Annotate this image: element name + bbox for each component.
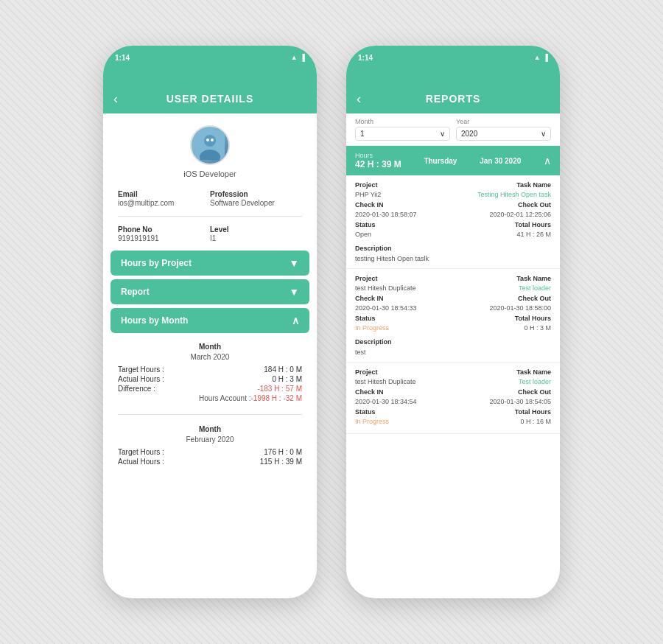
task-row-checkin-val-1: 2020-01-30 18:54:33 2020-01-30 18:58:00 [355,304,551,312]
month-section-feb: Month February 2020 Target Hours : 176 H… [103,419,317,473]
actual-hours-label-2: Actual Hours : [118,458,164,466]
month-section-march: Month March 2020 Target Hours : 184 H : … [103,337,317,410]
hours-project-label: Hours by Project [121,258,192,268]
svg-point-3 [206,139,209,141]
desc-value-1: test [355,349,551,356]
task-card-1: Project Task Name test Hitesh Duplicate … [346,269,560,363]
phone1-header: ‹ USER DETAIILS [103,84,317,113]
taskname-value-0: Testing Hitesh Open task [477,191,551,198]
checkout-label-1: Check Out [518,295,551,302]
phone1-frame: 1:14 ▲ ▐ ‹ USER DETAIILS iOS Developer [103,46,317,598]
status-label-0: Status [355,221,376,228]
phone1-notch: 1:14 ▲ ▐ [103,46,317,84]
checkin-value-0: 2020-01-30 18:58:07 [355,211,417,218]
task-row-status-1: Status Total Hours [355,315,551,322]
checkout-value-1: 2020-01-30 18:58:00 [489,304,551,312]
task-card-2: Project Task Name test Hitesh Duplicate … [346,363,560,434]
checkin-value-2: 2020-01-30 18:34:54 [355,398,417,405]
phone1-status-bar: 1:14 ▲ ▐ [103,50,317,65]
divider1 [118,216,302,217]
summary-date: Jan 30 2020 [480,157,521,165]
totalhours-value-0: 41 H : 26 M [516,231,551,238]
checkout-label-0: Check Out [518,201,551,209]
summary-day: Thursday [424,157,457,165]
phone2-back-button[interactable]: ‹ [357,91,361,107]
task-row-checkin-val-0: 2020-01-30 18:58:07 2020-02-01 12:25:06 [355,211,551,218]
difference-value-1: -183 H : 57 M [257,385,302,393]
accordion-hours-project-header[interactable]: Hours by Project ▼ [110,251,309,276]
reports-filter: Month 1 ∨ Year 2020 ∨ [346,113,560,146]
desc-label-0: Description [355,245,392,252]
checkin-value-1: 2020-01-30 18:54:33 [355,304,417,312]
task-row-checkin-val-2: 2020-01-30 18:34:54 2020-01-30 18:54:05 [355,398,551,405]
accordion-report[interactable]: Report ▼ [110,279,309,304]
wifi-icon2: ▲ [534,54,541,61]
profession-value: Software Developer [210,199,302,207]
month-filter-group: Month 1 ∨ [355,118,450,141]
summary-hours-label: Hours [355,152,401,159]
divider2 [118,414,302,415]
taskname-value-2: Test loader [519,378,551,385]
task-row-project-0: Project Task Name [355,181,551,189]
target-hours-label-1: Target Hours : [118,365,164,374]
project-value-1: test Hitesh Duplicate [355,284,416,292]
info-block-profession: Profession Software Developer [210,190,302,207]
phone-label: Phone No [118,225,210,234]
task-row-status-0: Status Total Hours [355,221,551,228]
phone1-title: USER DETAIILS [166,93,254,105]
year-filter-label: Year [456,118,551,125]
phone1-status-icons: ▲ ▐ [291,54,305,61]
accordion-hours-month[interactable]: Hours by Month ∧ [110,308,309,333]
accordion-hours-project[interactable]: Hours by Project ▼ [110,251,309,276]
task-row-project-2: Project Task Name [355,368,551,376]
desc-label-1: Description [355,338,392,346]
desc-value-0: testing Hitesh Open taslk [355,255,551,262]
phone2-title: REPORTS [426,93,481,105]
task-row-project-val-2: test Hitesh Duplicate Test loader [355,378,551,385]
phone1-back-button[interactable]: ‹ [113,91,118,107]
battery-icon: ▐ [301,54,305,61]
status-value-0: Open [355,231,371,238]
accordion-hours-month-header[interactable]: Hours by Month ∧ [110,308,309,333]
battery-icon2: ▐ [544,54,548,61]
status-label-2: Status [355,408,376,416]
user-info-grid2: Phone No 9191919191 Level I1 [103,221,317,247]
year-filter-select[interactable]: 2020 ∨ [456,127,551,141]
accordion-report-header[interactable]: Report ▼ [110,279,309,304]
wifi-icon: ▲ [291,54,298,61]
summary-chevron-icon: ∧ [544,155,551,167]
task-card-0: Project Task Name PHP Yii2 Testing Hites… [346,175,560,269]
phone2-content: Month 1 ∨ Year 2020 ∨ Hours 42 H : 39 M … [346,113,560,598]
task-row-checkin-1: Check IN Check Out [355,295,551,302]
month-filter-value: 1 [360,130,365,138]
task-row-checkin-0: Check IN Check Out [355,201,551,209]
report-label: Report [121,287,150,297]
taskname-label-0: Task Name [516,181,551,189]
month-filter-select[interactable]: 1 ∨ [355,127,450,141]
target-hours-label-2: Target Hours : [118,448,164,456]
year-filter-group: Year 2020 ∨ [456,118,551,141]
phone1-content: iOS Developer Email ios@multipz.com Prof… [103,113,317,598]
taskname-label-1: Task Name [516,275,551,282]
user-info-grid: Email ios@multipz.com Profession Softwar… [103,186,317,211]
month-sub-1: March 2020 [118,353,302,361]
difference-label-1: Difference : [118,385,155,393]
info-block-phone: Phone No 9191919191 [118,225,210,242]
month-filter-label: Month [355,118,450,125]
totalhours-value-2: 0 H : 16 M [520,418,551,425]
task-row-status-val-2: In Progress 0 H : 16 M [355,418,551,425]
phone1-time: 1:14 [115,54,130,62]
svg-point-4 [211,139,214,141]
summary-hours: Hours 42 H : 39 M [355,152,401,169]
taskname-value-1: Test loader [519,284,551,292]
year-dropdown-icon: ∨ [541,130,546,138]
phone2-notch: 1:14 ▲ ▐ [346,46,560,84]
project-label-1: Project [355,275,378,282]
user-role: iOS Developer [183,169,236,178]
hours-project-chevron: ▼ [289,257,299,269]
task-row-checkin-2: Check IN Check Out [355,388,551,396]
status-label-1: Status [355,315,376,322]
hours-account-value-1: -1998 H : -32 M [251,394,302,402]
checkin-label-0: Check IN [355,201,384,209]
year-filter-value: 2020 [461,130,477,138]
